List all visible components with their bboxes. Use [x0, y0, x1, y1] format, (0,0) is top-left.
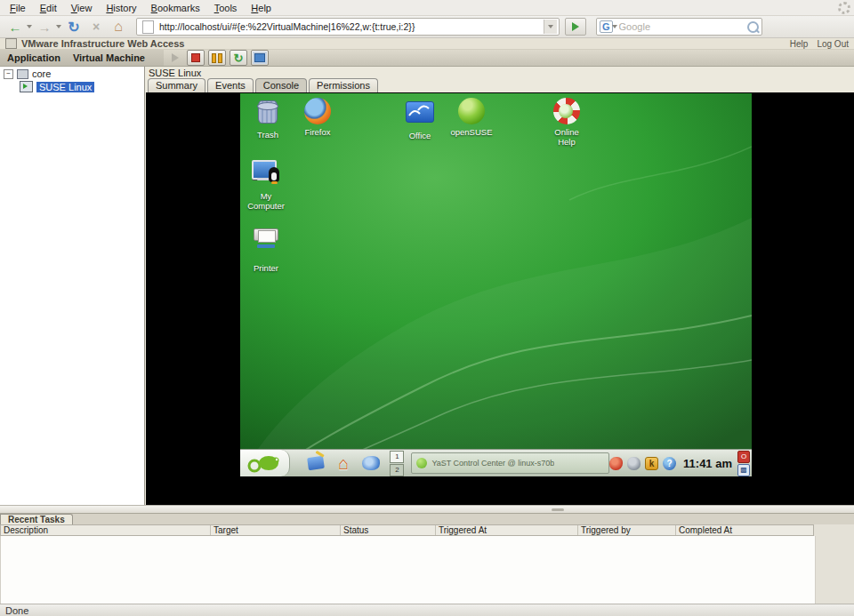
desktop-icon-printer[interactable]: Printer: [240, 216, 292, 274]
office-icon: [406, 101, 434, 123]
inventory-sidebar: − core SUSE Linux: [0, 67, 145, 513]
tree-node-core[interactable]: − core: [0, 67, 144, 79]
menu-application[interactable]: Application: [7, 52, 60, 63]
reload-button[interactable]: ↻: [64, 18, 84, 36]
tree-node-vm-label: SUSE Linux: [36, 82, 94, 92]
kickoff-menu-button[interactable]: [240, 450, 290, 476]
status-text: Done: [5, 605, 28, 616]
desktop-icon-trash[interactable]: Trash: [242, 97, 294, 140]
collapse-icon[interactable]: −: [4, 69, 13, 79]
desktop-icon-opensuse[interactable]: openSUSE: [446, 97, 497, 138]
vm-console-viewport[interactable]: Trash Firefox Office openSUSE: [146, 92, 854, 505]
menu-file[interactable]: File: [4, 2, 32, 14]
stop-button[interactable]: ×: [86, 18, 106, 36]
tree-node-vm[interactable]: SUSE Linux: [16, 79, 144, 92]
taskbar-window-button[interactable]: YaST Control Center @ linux-s70b: [411, 452, 609, 474]
desktop-icon-my-computer[interactable]: My Computer: [240, 158, 292, 212]
throbber-icon: [838, 2, 850, 14]
column-completed-at[interactable]: Completed At: [676, 525, 813, 535]
suse-chameleon-icon: [246, 452, 284, 474]
go-button[interactable]: [565, 18, 586, 36]
url-input[interactable]: [157, 20, 544, 33]
vm-title: SUSE Linux: [149, 68, 201, 78]
search-input[interactable]: [617, 20, 747, 33]
splitter-grip[interactable]: [552, 508, 564, 511]
tux-icon: [269, 167, 279, 182]
guest-taskbar: ⌂ 1 2 YaST Control Center @ linux-s70b: [240, 449, 752, 476]
desktop-icon-firefox[interactable]: Firefox: [292, 97, 343, 138]
tab-strip: Summary Events Console Permissions: [148, 78, 378, 92]
mixer-tray-icon[interactable]: [627, 457, 640, 470]
url-dropdown-icon[interactable]: [544, 20, 557, 34]
menu-view[interactable]: View: [65, 2, 99, 14]
vmware-header: VMware Infrastructure Web Access Help Lo…: [0, 38, 854, 50]
help-tray-icon[interactable]: ?: [663, 457, 676, 470]
menu-help[interactable]: Help: [245, 2, 278, 14]
tree-node-core-label: core: [32, 68, 51, 79]
browser-menubar: File Edit View History Bookmarks Tools H…: [0, 0, 854, 16]
column-description[interactable]: Description: [1, 525, 211, 535]
menu-tools[interactable]: Tools: [208, 2, 244, 14]
console-icon[interactable]: [251, 50, 269, 66]
help-link[interactable]: Help: [790, 39, 809, 49]
klipper-tray-icon[interactable]: k: [645, 457, 658, 470]
play-icon[interactable]: [167, 51, 183, 65]
trash-icon: [258, 100, 278, 124]
tab-permissions[interactable]: Permissions: [309, 78, 378, 92]
home-button[interactable]: ⌂: [109, 18, 128, 36]
forward-dropdown-icon[interactable]: [56, 25, 61, 28]
search-icon[interactable]: [747, 21, 759, 33]
workspace: SUSE Linux Summary Events Console Permis…: [146, 67, 854, 513]
yast-icon: [416, 458, 427, 468]
desktop-icon-office[interactable]: Office: [394, 97, 446, 141]
menu-history[interactable]: History: [100, 2, 142, 14]
back-dropdown-icon[interactable]: [27, 25, 32, 28]
browser-statusbar: Done: [0, 604, 854, 616]
back-button[interactable]: ←: [5, 18, 25, 36]
opensuse-icon: [458, 98, 485, 124]
forward-button[interactable]: →: [35, 18, 54, 36]
menu-virtual-machine[interactable]: Virtual Machine: [73, 52, 145, 63]
logout-link[interactable]: Log Out: [817, 39, 849, 49]
wallpaper-swoosh: [240, 93, 752, 476]
column-triggered-by[interactable]: Triggered by: [578, 525, 676, 535]
logout-applet-icon[interactable]: O: [737, 451, 750, 463]
host-icon: [17, 69, 28, 79]
lock-applet-icon[interactable]: ▩: [737, 464, 750, 476]
suspend-icon[interactable]: [208, 50, 226, 66]
search-bar[interactable]: G: [596, 18, 762, 36]
main-area: − core SUSE Linux SUSE Linux Summary Eve…: [0, 67, 854, 513]
tab-events[interactable]: Events: [207, 78, 254, 92]
column-target[interactable]: Target: [211, 525, 341, 535]
recent-tasks-list: [0, 536, 816, 604]
app-title: VMware Infrastructure Web Access: [21, 38, 184, 49]
home-folder-launcher-icon[interactable]: ⌂: [334, 453, 353, 473]
menu-bookmarks[interactable]: Bookmarks: [145, 2, 206, 14]
printer-icon: [254, 228, 278, 241]
column-triggered-at[interactable]: Triggered At: [436, 525, 578, 535]
page-icon: [142, 20, 154, 34]
taskbar-clock[interactable]: 11:41 am: [683, 457, 732, 470]
url-bar[interactable]: [136, 18, 560, 36]
column-status[interactable]: Status: [341, 525, 436, 535]
recent-tasks-bar: Recent Tasks: [0, 513, 854, 525]
desktop-icon-online-help[interactable]: Online Help: [541, 97, 592, 148]
tab-console[interactable]: Console: [255, 78, 307, 92]
firefox-icon: [304, 98, 331, 124]
workspace-1-button[interactable]: 1: [390, 451, 404, 463]
online-help-icon: [553, 98, 580, 124]
guest-desktop[interactable]: Trash Firefox Office openSUSE: [240, 93, 752, 476]
system-tray: k ?: [609, 457, 676, 470]
tab-summary[interactable]: Summary: [148, 78, 205, 92]
browser-navbar: ← → ↻ × ⌂ G: [0, 16, 854, 38]
web-launcher-icon[interactable]: [361, 453, 381, 473]
notes-launcher-icon[interactable]: [306, 453, 326, 473]
workspace-2-button[interactable]: 2: [390, 464, 404, 476]
search-engine-icon[interactable]: G: [600, 20, 613, 33]
application-menubar: Application Virtual Machine ↻: [0, 50, 854, 67]
updater-tray-icon[interactable]: [609, 457, 623, 470]
reset-icon[interactable]: ↻: [230, 50, 247, 66]
menu-edit[interactable]: Edit: [34, 2, 63, 14]
vm-powered-on-icon: [20, 81, 33, 92]
stop-icon[interactable]: [187, 50, 205, 66]
